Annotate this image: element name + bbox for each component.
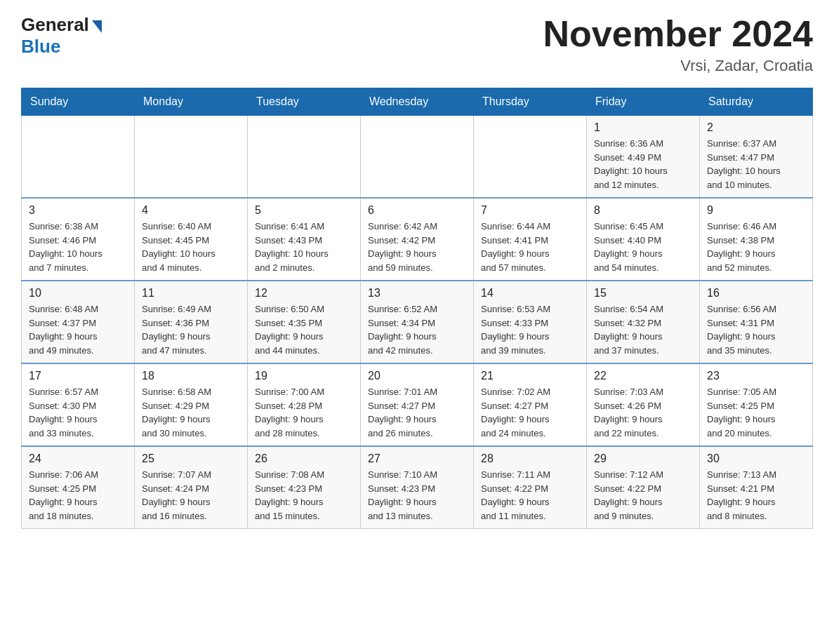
day-info: Sunrise: 6:42 AMSunset: 4:42 PMDaylight:… [368,220,466,274]
day-number: 29 [594,452,692,465]
day-info: Sunrise: 6:54 AMSunset: 4:32 PMDaylight:… [594,302,692,357]
title-area: November 2024 Vrsi, Zadar, Croatia [543,14,813,75]
calendar-cell: 11Sunrise: 6:49 AMSunset: 4:36 PMDayligh… [135,281,248,363]
day-number: 7 [481,204,579,217]
day-number: 17 [29,370,127,382]
day-info: Sunrise: 6:40 AMSunset: 4:45 PMDaylight:… [142,220,240,274]
calendar-cell: 30Sunrise: 7:13 AMSunset: 4:21 PMDayligh… [700,446,813,529]
day-info: Sunrise: 6:45 AMSunset: 4:40 PMDaylight:… [594,220,692,274]
calendar-cell: 5Sunrise: 6:41 AMSunset: 4:43 PMDaylight… [248,198,361,281]
day-number: 21 [481,370,579,382]
calendar-cell: 1Sunrise: 6:36 AMSunset: 4:49 PMDaylight… [587,116,700,199]
day-info: Sunrise: 6:38 AMSunset: 4:46 PMDaylight:… [29,220,127,274]
calendar-cell: 10Sunrise: 6:48 AMSunset: 4:37 PMDayligh… [22,281,135,363]
calendar-cell: 25Sunrise: 7:07 AMSunset: 4:24 PMDayligh… [135,446,248,529]
day-number: 24 [29,452,127,465]
day-number: 12 [255,287,353,300]
weekday-header-thursday: Thursday [474,88,587,116]
weekday-header-tuesday: Tuesday [248,88,361,116]
calendar-cell: 2Sunrise: 6:37 AMSunset: 4:47 PMDaylight… [700,116,813,199]
logo-text: General [21,14,103,36]
day-number: 28 [481,452,579,465]
day-info: Sunrise: 7:00 AMSunset: 4:28 PMDaylight:… [255,385,353,440]
calendar-cell: 14Sunrise: 6:53 AMSunset: 4:33 PMDayligh… [474,281,587,363]
calendar-cell: 23Sunrise: 7:05 AMSunset: 4:25 PMDayligh… [700,363,813,446]
day-info: Sunrise: 6:56 AMSunset: 4:31 PMDaylight:… [707,302,805,357]
day-number: 11 [142,287,240,300]
calendar-cell: 28Sunrise: 7:11 AMSunset: 4:22 PMDayligh… [474,446,587,529]
day-info: Sunrise: 7:07 AMSunset: 4:24 PMDaylight:… [142,468,240,523]
calendar-cell: 7Sunrise: 6:44 AMSunset: 4:41 PMDaylight… [474,198,587,281]
day-number: 19 [255,370,353,382]
day-number: 3 [29,204,127,217]
calendar-cell: 22Sunrise: 7:03 AMSunset: 4:26 PMDayligh… [587,363,700,446]
calendar-cell: 9Sunrise: 6:46 AMSunset: 4:38 PMDaylight… [700,198,813,281]
header: General Blue November 2024 Vrsi, Zadar, … [21,14,813,75]
calendar-cell: 21Sunrise: 7:02 AMSunset: 4:27 PMDayligh… [474,363,587,446]
day-info: Sunrise: 6:52 AMSunset: 4:34 PMDaylight:… [368,302,466,357]
day-number: 15 [594,287,692,300]
day-info: Sunrise: 6:50 AMSunset: 4:35 PMDaylight:… [255,302,353,357]
calendar-week-row: 17Sunrise: 6:57 AMSunset: 4:30 PMDayligh… [22,363,813,446]
calendar-cell [361,116,474,199]
day-number: 23 [707,370,805,382]
calendar-cell: 17Sunrise: 6:57 AMSunset: 4:30 PMDayligh… [22,363,135,446]
day-number: 22 [594,370,692,382]
calendar-cell: 19Sunrise: 7:00 AMSunset: 4:28 PMDayligh… [248,363,361,446]
day-info: Sunrise: 7:10 AMSunset: 4:23 PMDaylight:… [368,468,466,523]
calendar-cell: 26Sunrise: 7:08 AMSunset: 4:23 PMDayligh… [248,446,361,529]
day-info: Sunrise: 6:49 AMSunset: 4:36 PMDaylight:… [142,302,240,357]
day-number: 5 [255,204,353,217]
day-info: Sunrise: 7:08 AMSunset: 4:23 PMDaylight:… [255,468,353,523]
day-number: 10 [29,287,127,300]
day-number: 1 [594,121,692,134]
day-info: Sunrise: 6:46 AMSunset: 4:38 PMDaylight:… [707,220,805,274]
calendar-cell: 12Sunrise: 6:50 AMSunset: 4:35 PMDayligh… [248,281,361,363]
day-number: 27 [368,452,466,465]
calendar-cell: 16Sunrise: 6:56 AMSunset: 4:31 PMDayligh… [700,281,813,363]
weekday-header-row: SundayMondayTuesdayWednesdayThursdayFrid… [22,88,813,116]
calendar-cell: 24Sunrise: 7:06 AMSunset: 4:25 PMDayligh… [22,446,135,529]
logo-arrow-icon [92,20,102,33]
day-info: Sunrise: 6:57 AMSunset: 4:30 PMDaylight:… [29,385,127,440]
calendar-cell [135,116,248,199]
calendar-cell: 6Sunrise: 6:42 AMSunset: 4:42 PMDaylight… [361,198,474,281]
calendar-cell: 29Sunrise: 7:12 AMSunset: 4:22 PMDayligh… [587,446,700,529]
calendar-cell [22,116,135,199]
day-info: Sunrise: 7:01 AMSunset: 4:27 PMDaylight:… [368,385,466,440]
day-info: Sunrise: 7:02 AMSunset: 4:27 PMDaylight:… [481,385,579,440]
day-info: Sunrise: 6:37 AMSunset: 4:47 PMDaylight:… [707,137,805,192]
day-info: Sunrise: 7:13 AMSunset: 4:21 PMDaylight:… [707,468,805,523]
calendar-week-row: 24Sunrise: 7:06 AMSunset: 4:25 PMDayligh… [22,446,813,529]
day-info: Sunrise: 6:41 AMSunset: 4:43 PMDaylight:… [255,220,353,274]
day-info: Sunrise: 7:11 AMSunset: 4:22 PMDaylight:… [481,468,579,523]
calendar-cell [474,116,587,199]
day-number: 13 [368,287,466,300]
day-info: Sunrise: 6:44 AMSunset: 4:41 PMDaylight:… [481,220,579,274]
month-title: November 2024 [543,14,813,54]
calendar-cell: 4Sunrise: 6:40 AMSunset: 4:45 PMDaylight… [135,198,248,281]
calendar-week-row: 10Sunrise: 6:48 AMSunset: 4:37 PMDayligh… [22,281,813,363]
calendar: SundayMondayTuesdayWednesdayThursdayFrid… [21,88,813,529]
day-number: 2 [707,121,805,134]
weekday-header-saturday: Saturday [700,88,813,116]
day-number: 6 [368,204,466,217]
calendar-week-row: 1Sunrise: 6:36 AMSunset: 4:49 PMDaylight… [22,116,813,199]
logo-blue-text: Blue [21,36,60,58]
day-number: 16 [707,287,805,300]
day-number: 26 [255,452,353,465]
calendar-cell: 27Sunrise: 7:10 AMSunset: 4:23 PMDayligh… [361,446,474,529]
day-info: Sunrise: 6:36 AMSunset: 4:49 PMDaylight:… [594,137,692,192]
calendar-cell: 13Sunrise: 6:52 AMSunset: 4:34 PMDayligh… [361,281,474,363]
calendar-cell: 18Sunrise: 6:58 AMSunset: 4:29 PMDayligh… [135,363,248,446]
day-number: 25 [142,452,240,465]
calendar-cell: 3Sunrise: 6:38 AMSunset: 4:46 PMDaylight… [22,198,135,281]
day-number: 4 [142,204,240,217]
day-number: 9 [707,204,805,217]
day-info: Sunrise: 7:03 AMSunset: 4:26 PMDaylight:… [594,385,692,440]
weekday-header-friday: Friday [587,88,700,116]
day-info: Sunrise: 6:48 AMSunset: 4:37 PMDaylight:… [29,302,127,357]
logo-general: General [21,14,89,36]
day-number: 18 [142,370,240,382]
calendar-week-row: 3Sunrise: 6:38 AMSunset: 4:46 PMDaylight… [22,198,813,281]
